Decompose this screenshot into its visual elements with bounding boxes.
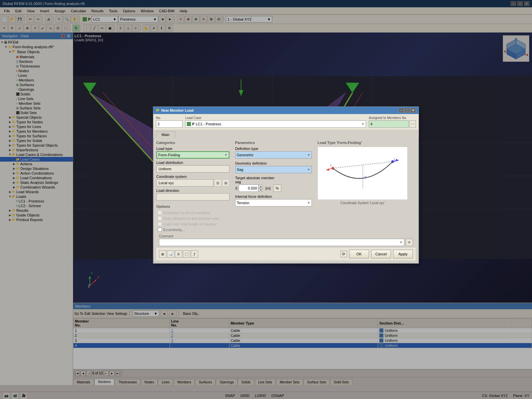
assigned-label: Assigned to Members No.: [369, 116, 416, 120]
int-force-value: Tension: [237, 201, 249, 205]
footer-extra-btn[interactable]: ⟳: [340, 251, 347, 257]
def-type-value: Geometric: [237, 153, 254, 157]
assigned-field: Assigned to Members No. ⋯: [369, 116, 416, 128]
int-force-label: Internal force definition: [235, 195, 275, 199]
params-title: Parameters: [235, 141, 312, 145]
cb-eccentricity-label: Eccentricity...: [163, 228, 185, 232]
footer-icons: ⊞ 📊 ⎘ 📋 ƒ: [159, 250, 198, 258]
footer-table-icon[interactable]: ⊞: [159, 250, 166, 258]
dialog-minimize-btn[interactable]: ─: [399, 108, 404, 113]
options-title: Options: [156, 204, 229, 208]
sag-value-input[interactable]: [239, 185, 259, 192]
assigned-input[interactable]: [369, 120, 409, 128]
load-type-row: Load type Form-Finding ▼: [156, 147, 229, 159]
svg-text:s: s: [364, 175, 366, 179]
assigned-picker-btn[interactable]: ⋯: [409, 120, 416, 128]
coord-sys-input: [156, 179, 213, 187]
cb-ref-dist-input[interactable]: [158, 216, 162, 220]
tab-main-content: Categories Load type Form-Finding ▼: [153, 138, 419, 263]
comment-label: Comment: [159, 234, 413, 238]
dialog-columns: Categories Load type Form-Finding ▼: [156, 141, 416, 233]
footer-copy-icon[interactable]: ⎘: [175, 250, 182, 258]
geom-def-select[interactable]: Sag ▼: [235, 166, 312, 173]
dialog-window-controls: ─ □ ✕: [399, 108, 416, 113]
load-case-select[interactable]: P LC1 - Prestress ▼: [185, 120, 366, 128]
apply-button[interactable]: Apply: [393, 250, 413, 258]
load-case-field: Load Case P LC1 - Prestress ▼: [185, 116, 366, 128]
def-type-select[interactable]: Geometric ▼: [235, 151, 312, 159]
load-dist-row: Load distribution: [156, 161, 229, 173]
footer-paste-icon[interactable]: 📋: [183, 250, 190, 258]
cb-ref-dist-label: Refer distance to the member end: [163, 216, 218, 220]
cb-eccentricity-input[interactable]: [158, 227, 162, 232]
sag-up-btn[interactable]: ▲: [259, 185, 263, 188]
int-force-row: Internal force definition Tension ▼: [235, 195, 312, 206]
no-label: No.: [156, 116, 183, 120]
coord-btn2[interactable]: ⊟: [222, 179, 229, 187]
load-dist-input: [156, 165, 229, 173]
ok-button[interactable]: OK: [349, 250, 369, 258]
new-member-load-dialog: ⟳ New Member Load ─ □ ✕ No. Load Case P: [153, 106, 419, 264]
geom-def-row: Geometry definition Sag ▼: [235, 161, 312, 173]
load-case-label: Load Case: [185, 116, 366, 120]
cb-ref-list-input[interactable]: [158, 210, 162, 215]
load-type-label: Load type: [156, 147, 196, 151]
load-dir-input[interactable]: [156, 193, 229, 200]
cb-ref-distance: Refer distance to the member end: [156, 216, 229, 220]
cb-ref-list-label: Reference to list of members: [163, 211, 210, 215]
geom-def-label: Geometry definition: [235, 161, 275, 165]
cb-load-total: Load over total length of member: [156, 222, 229, 226]
footer-chart-icon[interactable]: 📊: [167, 250, 174, 258]
lc-arrow: ▼: [361, 122, 364, 126]
preview-title: Load Type 'Form-Finding': [318, 141, 408, 145]
svg-text:i: i: [330, 163, 331, 167]
comment-select[interactable]: ▼: [159, 239, 404, 246]
col-categories: Categories Load type Form-Finding ▼: [156, 141, 229, 233]
coord-system-preview-label: Coordinate System 'Local xyz': [318, 201, 408, 205]
load-type-select[interactable]: Form-Finding ▼: [156, 151, 229, 159]
sag-spinners: ▲ ▼: [259, 185, 263, 192]
def-type-row: Definition type Geometric ▼: [235, 147, 312, 159]
load-dist-label: Load distribution: [156, 161, 196, 165]
tab-main[interactable]: Main: [156, 131, 175, 138]
comment-row: ▼ ✕: [159, 239, 413, 246]
cb-eccentricity: Eccentricity...: [156, 227, 229, 232]
sag-down-btn[interactable]: ▼: [259, 188, 263, 192]
int-force-select[interactable]: Tension ▼: [235, 199, 312, 206]
dialog-header-fields: No. Load Case P LC1 - Prestress ▼ Assign…: [153, 114, 419, 130]
col-parameters: Parameters Definition type Geometric ▼ G…: [232, 141, 312, 233]
no-field: No.: [156, 116, 183, 128]
footer-formula-icon[interactable]: ƒ: [191, 250, 198, 258]
dialog-close-btn[interactable]: ✕: [411, 108, 416, 113]
modal-overlay: ⟳ New Member Load ─ □ ✕ No. Load Case P: [0, 0, 532, 399]
no-input[interactable]: [156, 120, 183, 128]
dialog-title: New Member Load: [161, 108, 194, 112]
comment-clear-btn[interactable]: ✕: [406, 239, 413, 246]
coord-sys-row: Coordinate system ⊡ ⊟: [156, 175, 229, 187]
dialog-tabs: Main: [153, 130, 419, 138]
load-dir-label: Load direction: [156, 189, 196, 193]
geom-def-value: Sag: [237, 168, 243, 172]
pct-toggle-btn[interactable]: %: [273, 185, 281, 192]
dialog-maximize-btn[interactable]: □: [405, 108, 410, 113]
col-preview: Load Type 'Form-Finding' i j: [315, 141, 408, 233]
cb-ref-list: Reference to list of members: [156, 210, 229, 215]
cancel-button[interactable]: Cancel: [371, 250, 391, 258]
dialog-titlebar: ⟳ New Member Load ─ □ ✕: [153, 107, 419, 114]
def-type-label: Definition type: [235, 147, 275, 151]
cb-load-total-input[interactable]: [158, 222, 162, 226]
dialog-icon: ⟳: [156, 108, 159, 113]
comment-area: Comment ▼ ✕: [159, 234, 413, 246]
sag-value-group: ▲ ▼: [239, 185, 263, 192]
preview-area: i j s: [318, 147, 408, 200]
load-type-value: Form-Finding: [158, 153, 180, 157]
target-sag-row: Target absolute member sag S ▲ ▼ [m]: [235, 176, 312, 192]
preview-svg: i j s: [323, 148, 403, 198]
categories-title: Categories: [156, 141, 229, 145]
coord-sys-label: Coordinate system: [156, 175, 196, 179]
coord-btn1[interactable]: ⊡: [214, 179, 221, 187]
sag-symbol: S: [235, 186, 237, 190]
load-dir-row: Load direction: [156, 189, 229, 200]
target-sag-label: Target absolute member sag: [235, 176, 275, 184]
load-case-value: LC1 - Prestress: [196, 122, 221, 126]
